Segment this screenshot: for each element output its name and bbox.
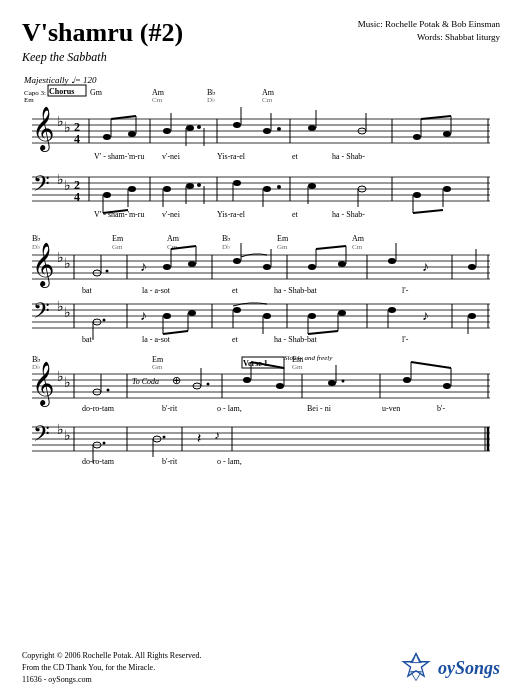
svg-text:et: et [232,286,239,295]
svg-text:Cm: Cm [262,96,273,104]
svg-text:Yis-ra-el: Yis-ra-el [217,152,246,161]
svg-point-194 [468,313,476,319]
svg-text:bat: bat [82,286,93,295]
svg-point-33 [197,125,201,129]
svg-text:To Coda: To Coda [132,377,159,386]
svg-point-151 [468,264,476,270]
svg-text:v'-nei: v'-nei [162,210,181,219]
svg-point-242 [443,383,451,389]
svg-point-136 [233,258,241,264]
svg-point-143 [338,261,346,267]
catalog-number: 11636 - oySongs.com [22,674,202,686]
svg-text:l'-: l'- [402,335,409,344]
svg-text:ha - Shab-bat: ha - Shab-bat [274,335,317,344]
svg-point-263 [103,442,106,445]
subtitle: Keep the Sabbath [22,50,500,65]
svg-text:Slowly and freely: Slowly and freely [284,354,333,362]
svg-point-82 [233,180,241,186]
svg-text:Gm: Gm [292,363,303,371]
svg-point-38 [263,128,271,134]
svg-text:♪: ♪ [140,259,147,274]
svg-point-132 [188,261,196,267]
footer-left: Copyright © 2006 Rochelle Potak. All Rig… [22,650,202,686]
svg-text:et: et [292,210,299,219]
svg-text:V' - sham-'m-ru: V' - sham-'m-ru [94,152,144,161]
svg-point-127 [106,270,109,273]
svg-line-51 [421,116,451,119]
svg-line-177 [163,331,188,334]
svg-text:Am: Am [352,234,365,243]
svg-text:4: 4 [74,190,80,204]
svg-point-36 [233,122,241,128]
svg-text:Em: Em [112,234,124,243]
svg-text:o - lam,: o - lam, [217,404,242,413]
svg-point-93 [413,192,421,198]
star-of-david-logo [398,650,434,686]
svg-text:♭: ♭ [64,305,71,320]
svg-line-188 [308,331,338,334]
svg-text:♭: ♭ [57,299,64,314]
svg-text:et: et [232,335,239,344]
svg-point-175 [188,310,196,316]
svg-text:D♭: D♭ [207,96,215,104]
svg-text:v'-nei: v'-nei [162,152,181,161]
svg-line-97 [413,210,443,213]
svg-text:♭: ♭ [57,172,64,187]
svg-point-236 [328,380,336,386]
svg-text:♪: ♪ [422,308,429,323]
svg-text:𝄽: 𝄽 [197,433,201,443]
svg-text:⊕: ⊕ [172,374,181,386]
svg-text:𝄢: 𝄢 [33,422,50,451]
svg-text:♪: ♪ [140,308,147,323]
svg-point-232 [276,383,284,389]
svg-point-47 [413,134,421,140]
svg-text:Gm: Gm [277,243,288,251]
svg-text:b'-rit: b'-rit [162,457,178,466]
credits: Music: Rochelle Potak & Bob Einsman Word… [358,18,500,43]
svg-marker-277 [403,654,428,677]
svg-point-230 [243,377,251,383]
svg-point-267 [163,436,166,439]
svg-point-84 [263,186,271,192]
footer: Copyright © 2006 Rochelle Potak. All Rig… [0,650,522,686]
svg-text:bat: bat [82,335,93,344]
svg-text:Yis-ra-el: Yis-ra-el [217,210,246,219]
svg-text:b'-rit: b'-rit [162,404,178,413]
svg-point-147 [388,258,396,264]
svg-text:𝄢: 𝄢 [33,172,50,201]
svg-text:♭: ♭ [57,369,64,384]
svg-text:V' - sham-'m-ru: V' - sham-'m-ru [94,210,144,219]
svg-point-173 [163,313,171,319]
svg-text:4: 4 [74,132,80,146]
svg-point-75 [163,186,171,192]
svg-text:♭: ♭ [57,250,64,265]
svg-point-184 [308,313,316,319]
svg-text:𝄞: 𝄞 [32,106,54,153]
svg-text:Majestically ♩= 120: Majestically ♩= 120 [23,75,97,85]
svg-point-31 [186,125,194,131]
svg-point-69 [103,192,111,198]
svg-point-79 [197,183,201,187]
svg-text:o - lam,: o - lam, [217,457,242,466]
svg-text:la - a-sot: la - a-sot [142,335,171,344]
svg-point-228 [207,383,210,386]
svg-text:𝄞: 𝄞 [32,242,54,289]
svg-text:et: et [292,152,299,161]
svg-point-71 [128,186,136,192]
svg-point-77 [186,183,194,189]
svg-point-49 [443,131,451,137]
svg-text:Bei - ni: Bei - ni [307,404,332,413]
svg-point-42 [308,125,316,131]
svg-text:𝄞: 𝄞 [32,361,54,408]
svg-text:♭: ♭ [57,422,64,437]
svg-point-138 [263,264,271,270]
svg-text:do-ro-tam: do-ro-tam [82,457,115,466]
svg-point-141 [308,264,316,270]
svg-text:Gm: Gm [112,243,123,251]
svg-point-179 [233,307,241,313]
svg-text:♭: ♭ [64,428,71,443]
svg-text:Gm: Gm [152,363,163,371]
svg-text:♪: ♪ [422,259,429,274]
svg-text:la - a-sot: la - a-sot [142,286,171,295]
svg-text:l'-: l'- [402,286,409,295]
